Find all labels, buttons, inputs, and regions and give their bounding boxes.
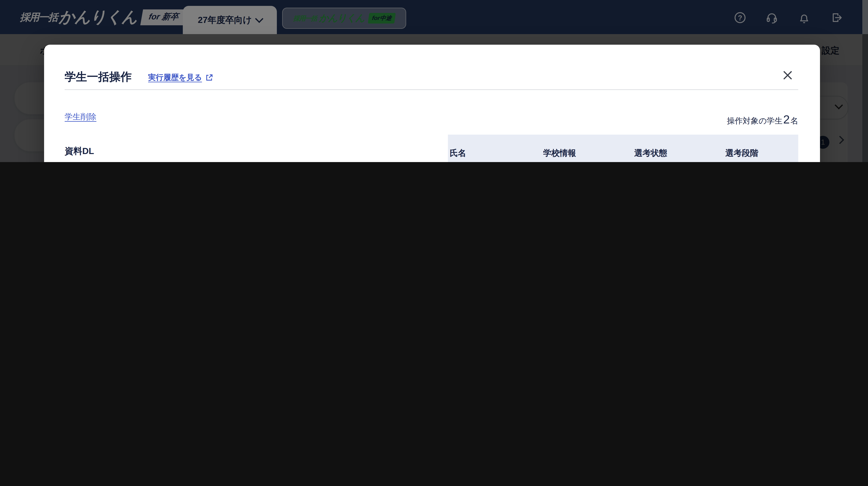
- bulk-operation-modal: 学生一括操作 実行履歴を見る 学生削除 操作対象の学生2名 資料DL 全て 学生…: [44, 45, 820, 162]
- doc-dl-heading: 資料DL: [65, 146, 94, 157]
- target-count-number: 2: [783, 113, 789, 126]
- col-status: 選考状態: [634, 148, 667, 159]
- close-icon[interactable]: [782, 67, 798, 84]
- execution-history-link[interactable]: 実行履歴を見る: [148, 72, 202, 83]
- external-link-icon: [205, 73, 213, 82]
- col-school: 学校情報: [543, 148, 576, 159]
- modal-header-divider: [65, 89, 798, 90]
- delete-students-link[interactable]: 学生削除: [65, 112, 96, 122]
- modal-title: 学生一括操作: [65, 69, 132, 85]
- target-count-prefix: 操作対象の学生: [727, 116, 782, 126]
- target-count-suffix: 名: [790, 116, 799, 126]
- screen: 採用一括 かんりくん for 新卒 27年度卒向け 採用一括 かんりくん for…: [0, 0, 868, 162]
- target-count: 操作対象の学生2名: [727, 113, 798, 126]
- history-link-row: 実行履歴を見る: [148, 72, 213, 83]
- col-name: 氏名: [450, 148, 466, 159]
- col-stage: 選考段階: [725, 148, 758, 159]
